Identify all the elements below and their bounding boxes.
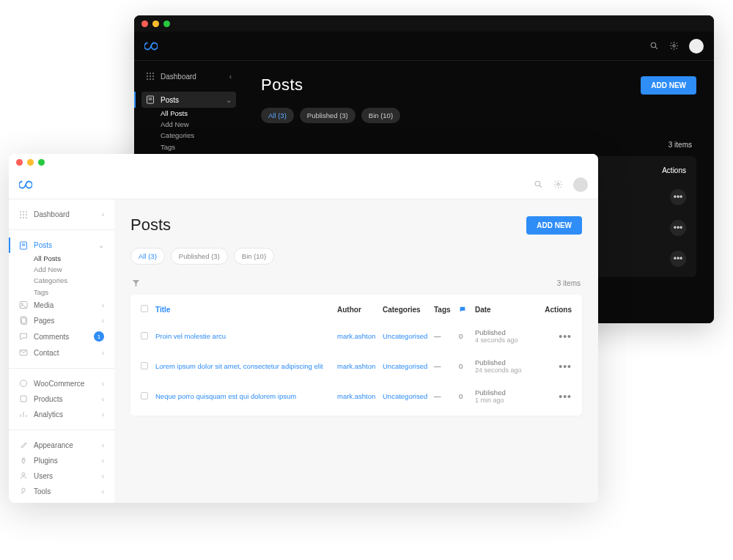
sidebar-item-media[interactable]: Media ‹ [15, 298, 108, 313]
sliders-icon [19, 502, 28, 503]
window-close-icon[interactable] [16, 159, 23, 166]
sidebar-item-analytics[interactable]: Analytics ‹ [15, 407, 108, 422]
svg-point-35 [21, 380, 27, 387]
table-row[interactable]: Neque porro quisquam est qui dolorem ips… [141, 381, 572, 411]
row-actions-button[interactable]: ••• [670, 220, 686, 236]
sidebar-item-appearance[interactable]: Appearance ‹ [15, 438, 108, 453]
filter-bin[interactable]: Bin (10) [234, 248, 274, 265]
row-actions-button[interactable]: ••• [559, 331, 572, 342]
row-title[interactable]: Neque porro quisquam est qui dolorem ips… [155, 392, 337, 400]
chevron-left-icon: ‹ [102, 441, 104, 449]
row-actions-button[interactable]: ••• [670, 189, 686, 205]
row-title[interactable]: Lorem ipsum dolor sit amet, consectetur … [155, 362, 337, 370]
row-actions-button[interactable]: ••• [670, 251, 686, 267]
sidebar-submenu-posts: All Posts Add New Categories Tags [15, 253, 108, 298]
sidebar-item-posts[interactable]: Posts ⌄ [15, 237, 108, 253]
page-title: Posts [261, 75, 303, 95]
window-close-icon[interactable] [141, 21, 148, 27]
box-icon [19, 394, 28, 403]
comments-icon[interactable] [459, 306, 475, 313]
row-actions-button[interactable]: ••• [559, 391, 572, 402]
sidebar-sub-add-new[interactable]: Add New [161, 119, 236, 130]
filter-icon[interactable] [132, 279, 140, 287]
row-author[interactable]: mark.ashton [337, 392, 383, 400]
chevron-left-icon: ‹ [102, 457, 104, 465]
filter-published[interactable]: Published (3) [171, 248, 228, 265]
row-category[interactable]: Uncategorised [383, 392, 434, 400]
sidebar-item-comments[interactable]: Comments 1 [15, 328, 108, 345]
avatar[interactable] [689, 39, 704, 54]
svg-point-31 [21, 303, 23, 305]
sidebar-item-label: Dashboard [34, 210, 70, 218]
row-checkbox[interactable] [141, 362, 148, 369]
filter-published[interactable]: Published (3) [300, 108, 356, 123]
row-author[interactable]: mark.ashton [337, 362, 383, 370]
sidebar-item-settings[interactable]: Settings ‹ [15, 499, 108, 503]
search-icon[interactable] [534, 180, 543, 189]
logo-icon[interactable] [19, 180, 32, 189]
window-minimize-icon[interactable] [27, 159, 34, 166]
column-author[interactable]: Author [337, 306, 383, 314]
filter-all[interactable]: All (3) [261, 108, 294, 123]
window-maximize-icon[interactable] [38, 159, 45, 166]
logo-icon[interactable] [144, 42, 158, 51]
sidebar-item-woocommerce[interactable]: WooCommerce ‹ [15, 376, 108, 391]
window-maximize-icon[interactable] [163, 21, 170, 27]
sidebar-sub-categories[interactable]: Categories [161, 130, 236, 141]
sidebar-item-dashboard[interactable]: Dashboard ‹ [141, 68, 236, 84]
sidebar-item-posts[interactable]: Posts ⌄ [141, 92, 236, 108]
sidebar-sub-tags[interactable]: Tags [161, 141, 236, 152]
sidebar-item-tools[interactable]: Tools ‹ [15, 484, 108, 499]
sidebar-sub-add-new[interactable]: Add New [34, 264, 108, 275]
row-tags: — [434, 332, 459, 340]
row-category[interactable]: Uncategorised [383, 362, 434, 370]
sidebar-item-label: WooCommerce [34, 380, 84, 388]
add-new-button[interactable]: ADD NEW [526, 216, 582, 235]
gear-icon[interactable] [553, 180, 563, 189]
sidebar-item-label: Media [34, 301, 54, 309]
svg-point-8 [152, 75, 154, 77]
sidebar-item-pages[interactable]: Pages ‹ [15, 313, 108, 328]
sidebar-item-label: Tools [34, 487, 51, 495]
svg-point-11 [152, 78, 154, 80]
column-title[interactable]: Title [155, 306, 337, 314]
sidebar-item-products[interactable]: Products ‹ [15, 391, 108, 407]
sidebar-item-users[interactable]: Users ‹ [15, 468, 108, 484]
row-actions-button[interactable]: ••• [559, 361, 572, 372]
column-tags[interactable]: Tags [434, 306, 459, 314]
row-checkbox[interactable] [141, 392, 148, 399]
light-table: Title Author Categories Tags Date Action… [130, 295, 582, 416]
chevron-left-icon: ‹ [102, 410, 104, 419]
row-comments: 0 [459, 392, 475, 400]
svg-point-6 [147, 75, 148, 77]
avatar[interactable] [573, 177, 588, 192]
column-date[interactable]: Date [475, 306, 537, 314]
column-categories[interactable]: Categories [383, 306, 434, 314]
row-author[interactable]: mark.ashton [337, 332, 383, 340]
gear-icon[interactable] [669, 41, 679, 51]
sidebar-sub-tags[interactable]: Tags [34, 287, 108, 298]
sidebar-sub-all-posts[interactable]: All Posts [34, 253, 108, 264]
sidebar-item-label: Comments [34, 333, 69, 341]
svg-point-24 [20, 217, 21, 218]
select-all-checkbox[interactable] [141, 305, 148, 312]
sidebar-item-plugins[interactable]: Plugins ‹ [15, 453, 108, 468]
sidebar-item-contact[interactable]: Contact ‹ [15, 345, 108, 361]
chevron-left-icon: ‹ [229, 73, 232, 81]
filter-all[interactable]: All (3) [130, 248, 165, 265]
row-checkbox[interactable] [141, 332, 148, 339]
sidebar-item-dashboard[interactable]: Dashboard ‹ [15, 207, 108, 222]
row-category[interactable]: Uncategorised [383, 332, 434, 340]
svg-line-16 [539, 185, 542, 188]
sidebar-sub-all-posts[interactable]: All Posts [161, 108, 236, 119]
table-row[interactable]: Lorem ipsum dolor sit amet, consectetur … [141, 351, 572, 381]
table-row[interactable]: Proin vel molestie arcu mark.ashton Unca… [141, 321, 572, 351]
search-icon[interactable] [649, 41, 659, 51]
window-minimize-icon[interactable] [152, 21, 159, 27]
row-title[interactable]: Proin vel molestie arcu [155, 332, 337, 340]
sidebar-sub-categories[interactable]: Categories [34, 275, 108, 286]
add-new-button[interactable]: ADD NEW [641, 76, 696, 95]
filter-bin[interactable]: Bin (10) [361, 108, 400, 123]
chevron-left-icon: ‹ [102, 472, 104, 480]
cart-icon [19, 379, 28, 388]
